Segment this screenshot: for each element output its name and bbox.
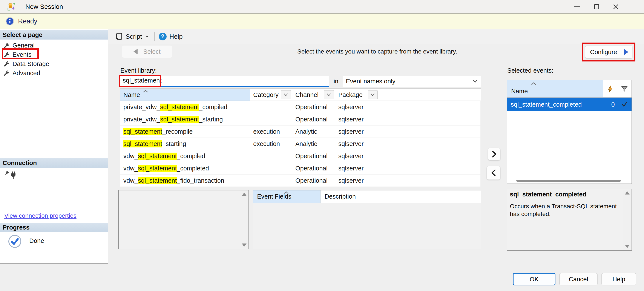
event-fields-panel: Event Fields Description	[253, 190, 481, 249]
maximize-button[interactable]	[592, 2, 602, 12]
channel-cell: Operational	[292, 150, 335, 162]
channel-filter-button[interactable]	[324, 90, 334, 99]
event-name-prefix: private_vdw_	[124, 116, 160, 123]
add-event-button[interactable]	[488, 148, 500, 160]
close-button[interactable]	[611, 2, 621, 12]
filter-icon	[621, 86, 628, 92]
column-header-filter[interactable]	[617, 80, 632, 98]
selected-event-row[interactable]: sql_statement_completed 0	[507, 98, 632, 111]
event-name-match: sql_statement	[160, 104, 199, 111]
channel-cell: Analytic	[292, 126, 335, 138]
column-header-package[interactable]: Package	[335, 89, 379, 101]
script-label: Script	[126, 29, 142, 44]
column-label: Name	[124, 91, 140, 98]
table-row[interactable]: vdw_sql_statement_completed Operational …	[120, 162, 481, 174]
selected-event-filter-cell	[617, 98, 632, 111]
event-library-search-input[interactable]	[120, 76, 329, 87]
main-toolbar	[108, 29, 644, 44]
filler-cell	[379, 113, 481, 126]
table-row[interactable]: vdw_sql_statement_compiled Operational s…	[120, 150, 481, 162]
column-header-name[interactable]: Name	[507, 80, 603, 98]
library-event-description-panel	[118, 190, 249, 249]
channel-cell: Operational	[292, 113, 335, 126]
category-filter-button[interactable]	[281, 90, 291, 99]
remove-event-button[interactable]	[487, 166, 500, 180]
help-button[interactable]: Help	[602, 273, 636, 286]
event-name-prefix: vdw_	[124, 165, 138, 172]
sidebar-item-general[interactable]: General	[4, 41, 68, 50]
selected-events-label: Selected events:	[507, 67, 553, 74]
view-connection-properties-link[interactable]: View connection properties	[4, 212, 76, 219]
category-cell: execution	[250, 138, 292, 150]
column-header-channel[interactable]: Channel	[292, 89, 335, 101]
event-name-match: sql_statement	[160, 116, 199, 123]
category-cell	[250, 101, 292, 113]
done-check-icon	[8, 235, 22, 248]
column-header-description[interactable]: Description	[321, 190, 389, 203]
column-header-category[interactable]: Category	[250, 89, 292, 101]
configure-button-label: Configure	[590, 48, 617, 56]
filler-cell	[379, 138, 481, 150]
chevron-down-icon	[370, 93, 375, 96]
sidebar-item-advanced[interactable]: Advanced	[4, 68, 68, 78]
event-name-prefix: vdw_	[124, 152, 138, 160]
vertical-scrollbar[interactable]	[623, 190, 631, 250]
window-title: New Session	[25, 0, 63, 13]
sidebar-item-data-storage[interactable]: Data Storage	[4, 59, 68, 68]
vertical-scrollbar[interactable]	[240, 191, 248, 248]
script-button[interactable]: Script	[115, 29, 150, 44]
table-row[interactable]: sql_statement_recompile execution Analyt…	[120, 126, 481, 138]
configure-button[interactable]: Configure	[585, 46, 632, 58]
table-row[interactable]: vdw_sql_statement_fido_transaction Opera…	[120, 174, 481, 187]
svg-text:?: ?	[161, 33, 164, 40]
connection-header: Connection	[0, 158, 108, 168]
lightning-icon	[608, 85, 613, 93]
channel-cell: Operational	[292, 101, 335, 113]
filler-cell	[379, 126, 481, 138]
status-bar	[0, 13, 644, 29]
column-label: Channel	[295, 91, 318, 98]
category-cell	[250, 174, 292, 187]
column-header-filler	[379, 89, 481, 101]
event-name-suffix: _compiled	[199, 104, 227, 111]
cancel-button[interactable]: Cancel	[559, 273, 598, 286]
event-description-title: sql_statement_completed	[510, 191, 586, 198]
scroll-up-icon[interactable]	[242, 192, 246, 196]
sidebar-item-label: Data Storage	[12, 60, 49, 68]
sidebar-item-label: General	[12, 42, 34, 49]
table-row[interactable]: private_vdw_sql_statement_starting Opera…	[120, 113, 481, 126]
sidebar-item-events[interactable]: Events	[4, 50, 68, 59]
column-header-event-fields[interactable]: Event Fields	[253, 190, 321, 203]
event-name-suffix: _completed	[177, 165, 209, 172]
package-cell: sqlserver	[335, 162, 379, 174]
help-toolbar-button[interactable]: ? Help	[159, 29, 183, 44]
connection-icon	[5, 171, 16, 181]
table-row[interactable]: private_vdw_sql_statement_compiled Opera…	[120, 101, 481, 113]
column-header-event-count[interactable]	[603, 80, 617, 98]
sidebar-item-label: Events	[12, 51, 32, 58]
scroll-down-icon[interactable]	[242, 244, 246, 247]
scroll-up-icon[interactable]	[625, 191, 630, 194]
title-bar: New Session	[0, 0, 644, 13]
minimize-button[interactable]	[572, 2, 582, 12]
chevron-down-icon	[327, 93, 331, 96]
chevron-left-icon	[491, 169, 496, 176]
column-label: Name	[511, 88, 528, 95]
event-name-match: sql_statement	[124, 140, 162, 148]
event-name-prefix: private_vdw_	[124, 104, 160, 111]
chevron-down-icon	[145, 35, 150, 38]
ok-button[interactable]: OK	[513, 273, 556, 286]
horizontal-scrollbar[interactable]	[516, 180, 621, 182]
selected-event-count: 0	[603, 98, 617, 111]
column-header-name[interactable]: Name	[120, 89, 250, 101]
search-scope-select[interactable]: Event names only	[342, 76, 481, 87]
select-page-button[interactable]: Select	[122, 46, 172, 58]
category-cell	[250, 162, 292, 174]
package-filter-button[interactable]	[368, 90, 378, 99]
status-text: Ready	[18, 13, 38, 29]
scroll-down-icon[interactable]	[625, 245, 630, 248]
package-cell: sqlserver	[335, 138, 379, 150]
wrench-icon	[4, 70, 10, 76]
info-icon	[6, 17, 14, 26]
table-row[interactable]: sql_statement_starting execution Analyti…	[120, 138, 481, 150]
